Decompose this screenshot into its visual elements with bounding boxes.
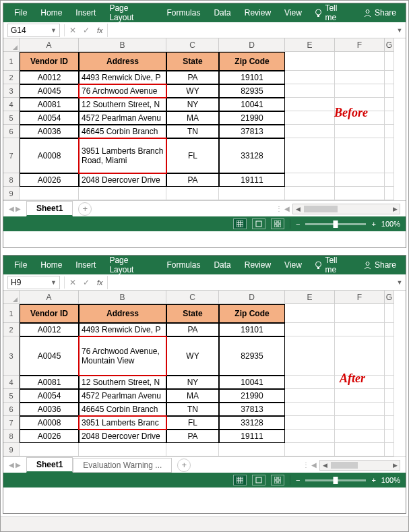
- cell[interactable]: [20, 187, 79, 200]
- cell[interactable]: 2048 Deercover Drive: [79, 430, 166, 443]
- tab-home[interactable]: Home: [35, 258, 67, 272]
- cell[interactable]: [285, 304, 335, 323]
- cell[interactable]: [285, 111, 335, 125]
- cell[interactable]: [285, 138, 335, 173]
- tab-page-layout[interactable]: Page Layout: [104, 253, 158, 277]
- cell[interactable]: A0045: [20, 84, 79, 98]
- cell[interactable]: [385, 323, 394, 336]
- nav-prev-icon[interactable]: ◀: [9, 461, 14, 469]
- cell-highlighted[interactable]: 3951 Lamberts Branch Road, Miami: [79, 138, 166, 173]
- cell[interactable]: [335, 187, 385, 200]
- cell[interactable]: PA: [166, 71, 219, 84]
- col-header-c[interactable]: C: [166, 291, 219, 304]
- add-sheet-button[interactable]: +: [78, 202, 92, 216]
- row-header[interactable]: 2: [3, 323, 20, 336]
- hscroll[interactable]: ◀▶: [319, 460, 400, 471]
- row-header[interactable]: 3: [3, 84, 20, 98]
- row-header[interactable]: 7: [3, 138, 20, 173]
- dropdown-icon[interactable]: ▼: [51, 279, 57, 286]
- page-break-view-icon[interactable]: [271, 218, 284, 229]
- header-cell[interactable]: Vendor ID: [20, 304, 79, 323]
- cell[interactable]: A0036: [20, 403, 79, 416]
- cell[interactable]: [385, 173, 394, 187]
- cell[interactable]: [285, 416, 335, 430]
- cell-highlighted[interactable]: 76 Archwood Avenue: [79, 84, 166, 98]
- cell[interactable]: 12 Southern Street, N: [79, 376, 166, 389]
- cell[interactable]: 37813: [219, 403, 285, 416]
- col-header-a[interactable]: A: [20, 38, 79, 52]
- cancel-icon[interactable]: ✕: [66, 26, 80, 35]
- cell[interactable]: [335, 138, 385, 173]
- header-cell[interactable]: Address: [79, 304, 166, 323]
- cell[interactable]: 46645 Corbin Branch: [79, 125, 166, 138]
- tab-insert[interactable]: Insert: [70, 5, 101, 20]
- cell[interactable]: [385, 443, 394, 456]
- row-header[interactable]: 4: [3, 98, 20, 111]
- cell[interactable]: TN: [166, 403, 219, 416]
- cell[interactable]: [385, 111, 394, 125]
- cell[interactable]: [166, 443, 219, 456]
- tell-me[interactable]: Tell me: [310, 253, 354, 277]
- expand-icon[interactable]: ▼: [394, 27, 406, 34]
- cell[interactable]: FL: [166, 416, 219, 430]
- row-header[interactable]: 8: [3, 430, 20, 443]
- cell[interactable]: FL: [166, 138, 219, 173]
- col-header-d[interactable]: D: [219, 38, 285, 52]
- row-header[interactable]: 4: [3, 376, 20, 389]
- row-header[interactable]: 6: [3, 125, 20, 138]
- cell[interactable]: PA: [166, 173, 219, 187]
- expand-icon[interactable]: ▼: [394, 279, 406, 286]
- cell[interactable]: [385, 304, 394, 323]
- share-button[interactable]: Share: [359, 258, 400, 272]
- cell[interactable]: WY: [166, 84, 219, 98]
- cell[interactable]: [285, 52, 335, 71]
- cell[interactable]: A0012: [20, 323, 79, 336]
- cell[interactable]: PA: [166, 430, 219, 443]
- cancel-icon[interactable]: ✕: [66, 278, 80, 287]
- hscroll[interactable]: ◀▶: [292, 204, 400, 214]
- cell[interactable]: MA: [166, 111, 219, 125]
- page-break-view-icon[interactable]: [271, 475, 284, 485]
- cell[interactable]: [335, 71, 385, 84]
- cell[interactable]: [285, 187, 335, 200]
- cell[interactable]: [20, 443, 79, 456]
- header-cell[interactable]: Zip Code: [219, 52, 285, 71]
- cell[interactable]: A0054: [20, 111, 79, 125]
- cell[interactable]: [385, 98, 394, 111]
- zoom-slider[interactable]: [305, 223, 366, 225]
- dropdown-icon[interactable]: ▼: [51, 27, 57, 34]
- cell[interactable]: 21990: [219, 389, 285, 403]
- col-header-a[interactable]: A: [20, 291, 79, 304]
- cell[interactable]: 12 Southern Street, N: [79, 98, 166, 111]
- row-header[interactable]: 2: [3, 71, 20, 84]
- cell[interactable]: 4572 Pearlman Avenu: [79, 111, 166, 125]
- cell[interactable]: [385, 403, 394, 416]
- cell[interactable]: A0026: [20, 173, 79, 187]
- cell[interactable]: A0012: [20, 71, 79, 84]
- col-header-e[interactable]: E: [285, 291, 335, 304]
- col-header-b[interactable]: B: [79, 38, 166, 52]
- row-header[interactable]: 6: [3, 403, 20, 416]
- select-all[interactable]: [3, 291, 20, 304]
- col-header-f[interactable]: F: [335, 291, 385, 304]
- row-header[interactable]: 9: [3, 187, 20, 200]
- select-all[interactable]: [3, 38, 20, 52]
- cell[interactable]: [335, 173, 385, 187]
- cell[interactable]: [385, 376, 394, 389]
- cell[interactable]: [285, 173, 335, 187]
- cell[interactable]: [335, 323, 385, 336]
- cell[interactable]: 10041: [219, 376, 285, 389]
- zoom-slider[interactable]: [305, 479, 366, 481]
- cell[interactable]: [285, 336, 335, 376]
- zoom-in-button[interactable]: +: [371, 220, 375, 228]
- cell[interactable]: [166, 187, 219, 200]
- cell[interactable]: 4493 Renwick Dive, P: [79, 323, 166, 336]
- name-box[interactable]: H9▼: [7, 276, 60, 289]
- cell[interactable]: [335, 403, 385, 416]
- sheet-tab[interactable]: Evaluation Warning ...: [73, 458, 172, 473]
- add-sheet-button[interactable]: +: [177, 459, 191, 472]
- cell[interactable]: A0036: [20, 125, 79, 138]
- cell[interactable]: 2048 Deercover Drive: [79, 173, 166, 187]
- cell[interactable]: [219, 187, 285, 200]
- cell[interactable]: 19101: [219, 323, 285, 336]
